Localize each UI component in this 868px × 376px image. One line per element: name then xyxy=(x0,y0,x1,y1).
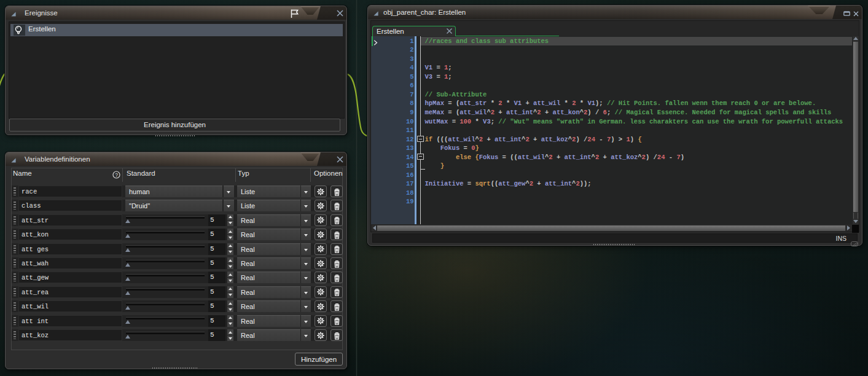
svg-text:?: ? xyxy=(115,172,118,178)
